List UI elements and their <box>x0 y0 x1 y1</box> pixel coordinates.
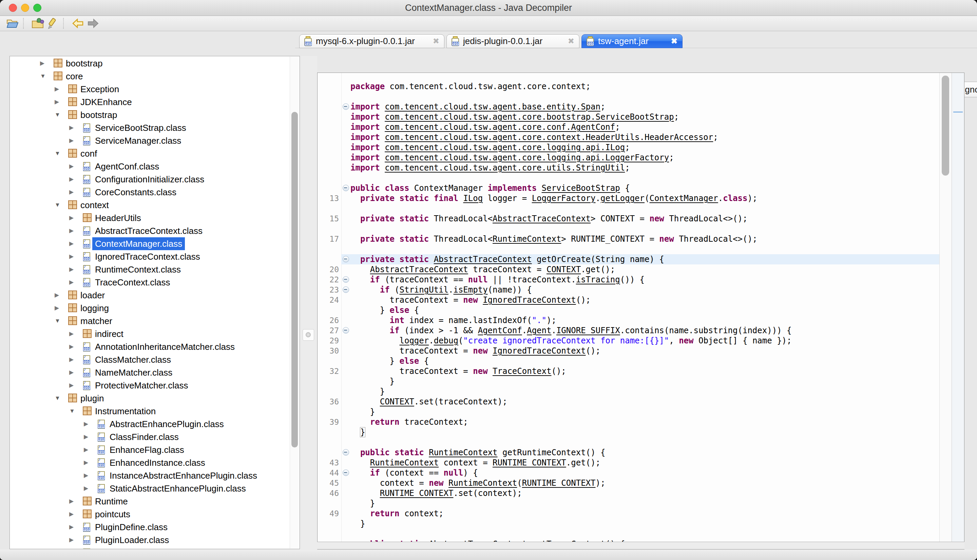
collapse-arrow-icon[interactable]: ▼ <box>55 198 60 212</box>
jar-tab[interactable]: 010jedis-plugin-0.0.1.jar✖ <box>446 34 580 48</box>
code-reference-link[interactable]: com.tencent.cloud.tsw.agent.core.conf.Ag… <box>385 122 615 132</box>
tree-row[interactable]: ▶♪010IgnoredTraceContext.class <box>10 250 290 263</box>
tree-row[interactable]: ▶bootstrap <box>10 57 290 70</box>
tree-row[interactable]: ▶pointcuts <box>10 508 290 521</box>
tree-row[interactable]: ▶♪010InstanceAbstractEnhancePlugin.class <box>10 469 290 482</box>
expand-arrow-icon[interactable]: ▶ <box>84 482 88 495</box>
code-reference-link[interactable]: CONTEXT <box>380 397 414 407</box>
code-reference-link[interactable]: IGNORE_SUFFIX <box>556 326 620 335</box>
code-scrollbar[interactable] <box>939 73 952 542</box>
code-reference-link[interactable]: StringUtil <box>400 285 449 295</box>
expand-arrow-icon[interactable]: ▶ <box>69 533 73 547</box>
code-reference-link[interactable]: com.tencent.cloud.tsw.agent.core.utils.S… <box>385 163 625 173</box>
tree-row[interactable]: ▶♪010AbstractTraceContext.class <box>10 224 290 237</box>
expand-arrow-icon[interactable]: ▶ <box>69 122 73 134</box>
code-reference-link[interactable]: ILog <box>463 193 483 203</box>
expand-arrow-icon[interactable]: ▶ <box>69 276 73 289</box>
code-reference-link[interactable]: ContextManager <box>649 193 718 203</box>
tree-row[interactable]: ▼plugin <box>10 392 290 405</box>
expand-arrow-icon[interactable]: ▶ <box>69 508 73 521</box>
code-panel[interactable]: package com.tencent.cloud.tsw.agent.core… <box>317 73 964 542</box>
expand-arrow-icon[interactable]: ▶ <box>55 96 59 108</box>
expand-arrow-icon[interactable]: ▶ <box>69 366 73 379</box>
splitter-grip[interactable] <box>302 329 314 341</box>
code-reference-link[interactable]: TraceContext <box>493 367 551 376</box>
jar-tab-close-button[interactable]: ✖ <box>568 37 575 45</box>
collapse-arrow-icon[interactable]: ▼ <box>69 405 75 418</box>
expand-arrow-icon[interactable]: ▶ <box>84 430 88 443</box>
code-reference-link[interactable]: com.tencent.cloud.tsw.agent.core.bootstr… <box>385 112 674 122</box>
back-button[interactable] <box>70 17 85 30</box>
code-reference-link[interactable]: com.tencent.cloud.tsw.agent.core.logging… <box>385 153 669 162</box>
code-reference-link[interactable]: RUNTIME_CONTEXT <box>380 488 454 498</box>
forward-button[interactable] <box>85 17 100 30</box>
expand-arrow-icon[interactable]: ▶ <box>69 160 73 173</box>
tree-row[interactable]: ▶♪010AnnotationInheritanceMatcher.class <box>10 340 290 353</box>
splitter[interactable] <box>300 56 317 549</box>
code-reference-link[interactable]: logger <box>400 336 429 345</box>
tree-row[interactable]: ▼core <box>10 70 290 83</box>
tree-row[interactable]: ▶Exception <box>10 83 290 96</box>
tree-row[interactable]: ▼bootstrap <box>10 108 290 122</box>
open-file-button[interactable] <box>5 17 20 30</box>
code-reference-link[interactable]: isTracing <box>576 275 620 284</box>
tree-row[interactable]: ▶♪010PluginLoader.class <box>10 533 290 547</box>
collapse-arrow-icon[interactable]: ▼ <box>55 147 60 160</box>
code-reference-link[interactable]: RuntimeContext <box>429 448 497 457</box>
code-reference-link[interactable]: isEmpty <box>453 285 488 295</box>
code-reference-link[interactable]: IgnoredTraceContext <box>493 346 586 356</box>
expand-arrow-icon[interactable]: ▶ <box>84 469 88 482</box>
tree-row[interactable]: ▶♪010EnhancedInstance.class <box>10 456 290 469</box>
tree-row[interactable]: ▶indirect <box>10 327 290 340</box>
tree-row[interactable]: ▶Runtime <box>10 495 290 508</box>
code-reference-link[interactable]: debug <box>434 336 458 345</box>
expand-arrow-icon[interactable]: ▶ <box>69 173 73 186</box>
expand-arrow-icon[interactable]: ▶ <box>69 340 73 353</box>
code-reference-link[interactable]: AbstractTraceContext <box>434 255 532 264</box>
code-reference-link[interactable]: AbstractTraceContext <box>370 265 468 274</box>
tree-row[interactable]: ▼matcher <box>10 315 290 327</box>
expand-arrow-icon[interactable]: ▶ <box>55 302 59 315</box>
tree-row[interactable]: ▶♪010 <box>10 547 290 549</box>
expand-arrow-icon[interactable]: ▶ <box>69 186 73 198</box>
tree-row[interactable]: ▶♪010PluginDefine.class <box>10 521 290 533</box>
fold-collapse-icon[interactable] <box>342 185 349 191</box>
tree-row[interactable]: ▼Instrumentation <box>10 405 290 418</box>
expand-arrow-icon[interactable]: ▶ <box>69 495 73 508</box>
code-reference-link[interactable]: ServiceBootStrap <box>542 183 620 193</box>
collapse-arrow-icon[interactable]: ▼ <box>55 392 60 405</box>
tree-row[interactable]: ▶♪010ServiceBootStrap.class <box>10 122 290 134</box>
collapse-arrow-icon[interactable]: ▼ <box>55 108 60 122</box>
overview-ruler[interactable] <box>952 73 964 542</box>
tree-row[interactable]: ▶♪010StaticAbstractEnhancePlugin.class <box>10 482 290 495</box>
tree-row[interactable]: ▶♪010AbstractEnhancePlugin.class <box>10 418 290 430</box>
expand-arrow-icon[interactable]: ▶ <box>55 289 59 302</box>
code-reference-link[interactable]: RuntimeContext <box>493 234 561 244</box>
tree-scrollbar-thumb[interactable] <box>291 112 298 447</box>
tree-row[interactable]: ▶♪010ContextManager.class <box>10 237 290 250</box>
tree-row[interactable]: ▶♪010ProtectiveMatcher.class <box>10 379 290 392</box>
expand-arrow-icon[interactable]: ▶ <box>84 418 88 430</box>
code-reference-link[interactable]: RUNTIME_CONTEXT <box>493 458 566 467</box>
code-reference-link[interactable]: RuntimeContext <box>370 458 439 467</box>
tree-row[interactable]: ▼conf <box>10 147 290 160</box>
code-reference-link[interactable]: RUNTIME_CONTEXT <box>522 478 596 488</box>
jar-tab-close-button[interactable]: ✖ <box>671 37 678 45</box>
code-reference-link[interactable]: AbstractTraceContext <box>493 214 591 223</box>
expand-arrow-icon[interactable]: ▶ <box>69 521 73 533</box>
expand-arrow-icon[interactable]: ▶ <box>55 83 59 96</box>
package-tree-panel[interactable]: ▶bootstrap▼core▶Exception▶JDKEnhance▼boo… <box>10 56 300 549</box>
search-button[interactable] <box>45 17 60 30</box>
tree-row[interactable]: ▶♪010AgentConf.class <box>10 160 290 173</box>
tree-row[interactable]: ▶JDKEnhance <box>10 96 290 108</box>
collapse-arrow-icon[interactable]: ▼ <box>40 70 46 83</box>
expand-arrow-icon[interactable]: ▶ <box>69 212 73 224</box>
code-reference-link[interactable]: com.tencent.cloud.tsw.agent.base.entity.… <box>385 102 600 112</box>
tree-row[interactable]: ▶♪010ServiceManager.class <box>10 134 290 147</box>
fold-collapse-icon[interactable] <box>342 449 349 456</box>
tree-row[interactable]: ▶loader <box>10 289 290 302</box>
open-type-button[interactable] <box>30 17 45 30</box>
code-reference-link[interactable]: AgentConf <box>478 326 522 335</box>
fold-collapse-icon[interactable] <box>342 276 349 283</box>
tree-row[interactable]: ▶♪010CoreConstants.class <box>10 186 290 198</box>
